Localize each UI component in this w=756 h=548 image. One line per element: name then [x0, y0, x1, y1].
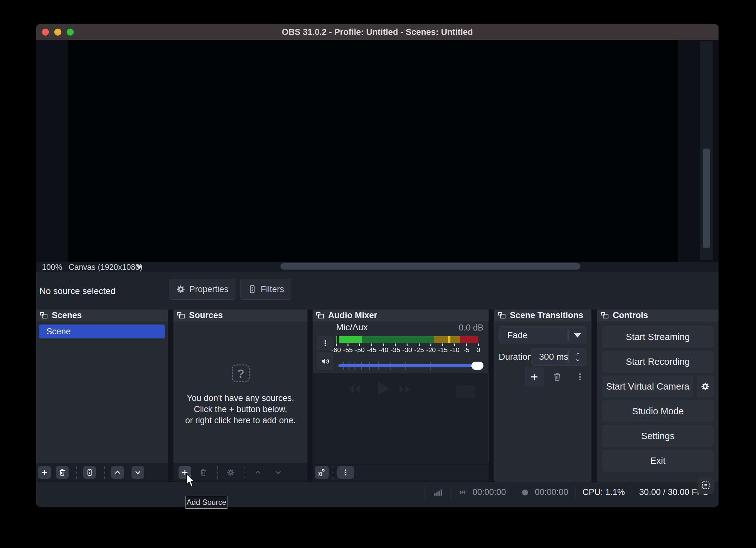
empty-line: Click the + button below,	[173, 404, 307, 415]
preview-canvas[interactable]	[68, 40, 678, 262]
virtual-camera-settings-button[interactable]	[697, 375, 713, 397]
empty-line: or right click here to add one.	[173, 415, 307, 426]
move-source-up-button[interactable]	[252, 466, 264, 479]
tick-label: -30	[402, 343, 413, 354]
plus-icon	[529, 372, 539, 382]
filters-button[interactable]: Filters	[240, 279, 291, 300]
properties-button[interactable]: Properties	[169, 279, 235, 300]
add-transition-button[interactable]	[525, 367, 544, 386]
controls-panel-header: Controls	[597, 309, 719, 321]
meter-zone-green	[362, 336, 434, 343]
horizontal-scrollbar-thumb[interactable]	[280, 263, 580, 270]
divider	[217, 466, 218, 479]
media-forward-icon	[398, 382, 412, 396]
divider	[450, 486, 450, 499]
sources-panel-title: Sources	[189, 310, 223, 320]
scene-filters-button[interactable]	[83, 466, 96, 479]
audio-mixer-toolbar	[313, 463, 489, 482]
scenes-panel: Scenes Scene	[36, 309, 168, 482]
divider	[426, 486, 426, 499]
preview-status-strip: 100% Canvas (1920x1080)	[36, 262, 719, 273]
meter-zone-yellow	[434, 336, 460, 343]
move-source-down-button[interactable]	[272, 466, 285, 479]
tick-label: -50	[354, 343, 366, 354]
remove-source-button[interactable]	[197, 466, 210, 479]
media-rewind-icon	[347, 382, 361, 396]
duration-spinbox[interactable]: 300 ms	[531, 348, 586, 366]
kebab-menu-icon	[576, 372, 584, 381]
sources-empty-state: You don't have any sources. Click the + …	[173, 393, 307, 426]
tick-label: -35	[390, 343, 401, 354]
divider	[104, 466, 105, 479]
start-streaming-button[interactable]: Start Streaming	[602, 326, 713, 348]
source-status-label: No source selected	[39, 273, 116, 309]
volume-slider[interactable]	[338, 364, 478, 367]
filter-icon	[247, 284, 257, 294]
spin-down-button[interactable]	[571, 357, 584, 363]
spin-up-button[interactable]	[571, 350, 584, 357]
divider	[568, 329, 569, 342]
chevron-down-icon	[575, 357, 581, 362]
volume-slider-handle[interactable]	[471, 362, 483, 370]
exit-button[interactable]: Exit	[602, 450, 713, 471]
audio-mixer-panel-title: Audio Mixer	[328, 310, 377, 320]
scenes-toolbar	[36, 463, 168, 482]
studio-mode-button[interactable]: Studio Mode	[602, 400, 713, 422]
mixer-scroll-area	[313, 373, 488, 463]
transition-select[interactable]: Fade	[499, 326, 586, 344]
transition-value: Fade	[507, 327, 528, 344]
empty-line: You don't have any sources.	[173, 393, 307, 404]
divider	[63, 263, 63, 271]
tick-label: 0	[473, 343, 484, 354]
sources-panel-header: Sources	[173, 309, 307, 321]
start-virtual-camera-button[interactable]: Start Virtual Camera	[602, 375, 693, 397]
screen-capture-indicator-icon[interactable]	[698, 476, 714, 494]
meter-peak-marker	[448, 336, 450, 343]
scenes-panel-header: Scenes	[36, 309, 168, 321]
scene-list-item[interactable]: Scene	[39, 324, 165, 338]
cursor-icon	[186, 473, 196, 488]
tick-label: -45	[366, 343, 377, 354]
add-scene-button[interactable]	[38, 466, 51, 479]
tick-label: -40	[378, 343, 389, 354]
signal-bars-icon	[433, 487, 443, 497]
divider	[333, 466, 333, 479]
meter-tick-labels: -60 -55 -50 -45 -40 -35 -30 -25 -20 -15 …	[330, 343, 484, 354]
divider	[568, 350, 569, 363]
mixer-channel-level: 0.0 dB	[459, 323, 483, 333]
vertical-scrollbar[interactable]	[700, 41, 713, 261]
move-scene-up-button[interactable]	[111, 466, 124, 479]
remove-transition-button[interactable]	[550, 370, 564, 384]
start-recording-button[interactable]: Start Recording	[602, 351, 713, 372]
question-mark-icon: ?	[232, 364, 250, 382]
divider	[76, 466, 77, 479]
move-scene-down-button[interactable]	[132, 466, 144, 479]
panel-icon	[497, 311, 506, 320]
settings-button[interactable]: Settings	[602, 425, 713, 447]
mute-button[interactable]	[317, 352, 334, 370]
transition-properties-button[interactable]	[574, 370, 586, 384]
advanced-audio-properties-button[interactable]	[315, 466, 329, 479]
chevron-down-icon[interactable]	[136, 266, 142, 269]
source-properties-button[interactable]	[224, 466, 237, 479]
status-bar: 00:00:00 00:00:00 CPU: 1.1% 30.00 / 30.0…	[36, 482, 719, 507]
scene-transitions-panel-title: Scene Transitions	[510, 310, 583, 320]
canvas-size-selector[interactable]: Canvas (1920x1080)	[69, 262, 142, 273]
remove-scene-button[interactable]	[56, 466, 69, 479]
stream-status-icon	[457, 487, 468, 497]
panel-icon	[39, 311, 48, 320]
preview-area[interactable]	[36, 40, 719, 262]
tick-label: -25	[413, 343, 425, 354]
audio-mixer-panel: Audio Mixer Mic/Aux 0.0 dB -60 -55 -50 -…	[313, 309, 489, 482]
vertical-scrollbar-thumb[interactable]	[703, 149, 710, 248]
panel-icon	[316, 311, 324, 320]
mixer-menu-button[interactable]	[337, 466, 354, 479]
title-bar: OBS 31.0.2 - Profile: Untitled - Scenes:…	[36, 24, 719, 40]
scene-transitions-panel: Scene Transitions Fade Duration 300 ms	[494, 309, 591, 482]
chevron-up-icon	[575, 351, 581, 356]
double-gear-icon	[317, 468, 326, 477]
record-status-icon	[520, 488, 530, 497]
chevron-down-icon	[574, 333, 581, 337]
divider	[245, 466, 245, 479]
media-play-icon	[373, 379, 393, 398]
